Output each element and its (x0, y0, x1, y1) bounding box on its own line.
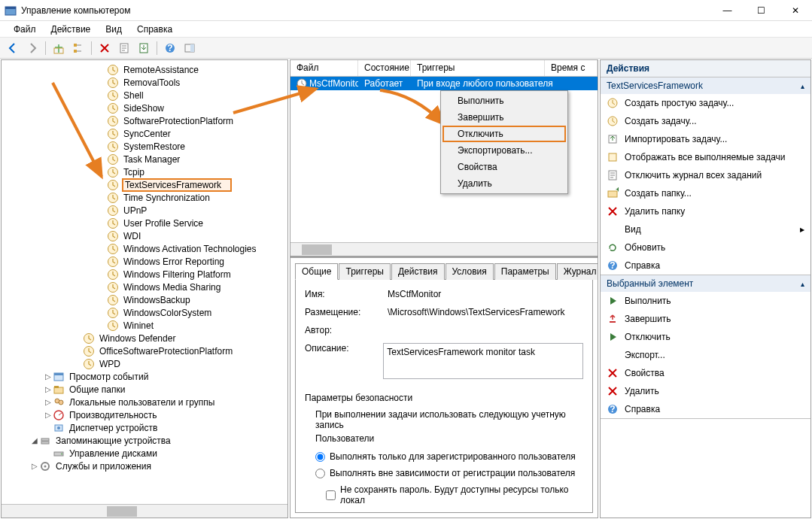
checkbox-nopassword-label: Не сохранять пароль. Будут доступны ресу… (340, 484, 583, 505)
tree-item[interactable]: TextServicesFramework (2, 178, 287, 191)
tree-item[interactable]: SideShow (2, 102, 287, 114)
tab-general[interactable]: Общие (295, 263, 338, 280)
tree-horizontal-scrollbar[interactable] (2, 504, 287, 517)
tree-item[interactable]: OfficeSoftwareProtectionPlatform (2, 344, 287, 357)
expander-icon[interactable]: ▷ (44, 385, 53, 393)
close-button[interactable]: ✕ (778, 0, 812, 21)
tree-item[interactable]: WPD (2, 357, 287, 370)
action-item[interactable]: Экспорт... (601, 346, 810, 364)
expander-icon[interactable]: ▷ (44, 372, 53, 381)
tree-item[interactable]: WindowsColorSystem (2, 306, 287, 319)
properties-button[interactable] (116, 40, 132, 56)
action-item[interactable]: Создать простую задачу... (601, 94, 810, 112)
action-item[interactable]: Отключить журнал всех заданий (601, 166, 810, 184)
radio-logged-on[interactable] (315, 452, 325, 462)
minimize-button[interactable]: — (710, 0, 744, 21)
expander-icon[interactable]: ◢ (30, 436, 39, 445)
up-button[interactable] (50, 40, 67, 56)
tree-item[interactable]: ▷Локальные пользователи и группы (2, 396, 287, 408)
tab-triggers[interactable]: Триггеры (339, 263, 391, 280)
tree-pane[interactable]: RemoteAssistanceRemovalToolsShellSideSho… (1, 59, 288, 518)
forward-button[interactable] (24, 40, 41, 56)
tree-item[interactable]: Windows Media Sharing (2, 281, 287, 293)
menu-view[interactable]: Вид (98, 23, 129, 36)
tree-item[interactable]: Управление дисками (2, 447, 287, 460)
tree-item[interactable]: Windows Error Reporting (2, 255, 287, 268)
delete-button[interactable] (96, 40, 113, 56)
action-item[interactable]: ✦Создать папку... (601, 184, 810, 202)
tab-conditions[interactable]: Условия (446, 263, 494, 280)
menu-file[interactable]: Файл (6, 23, 44, 36)
tree-item[interactable]: Time Synchronization (2, 191, 287, 204)
col-triggers[interactable]: Триггеры (411, 60, 545, 76)
context-run[interactable]: Выполнить (442, 93, 566, 109)
tree-item[interactable]: Task Manager (2, 153, 287, 165)
action-item[interactable]: Обновить (601, 238, 810, 256)
context-end[interactable]: Завершить (442, 109, 566, 126)
tree-item[interactable]: Wininet (2, 319, 287, 332)
menu-help[interactable]: Справка (129, 23, 180, 36)
action-item[interactable]: Завершить (601, 310, 810, 328)
actions-section-folder[interactable]: TextServicesFramework ▴ (601, 77, 810, 94)
panel-button[interactable] (181, 40, 198, 56)
action-item[interactable]: Создать задачу... (601, 112, 810, 130)
tree-item[interactable]: Диспетчер устройств (2, 421, 287, 434)
task-row[interactable]: MsCtfMonitor Работает При входе любого п… (290, 77, 598, 90)
context-delete[interactable]: Удалить (442, 175, 566, 192)
action-item[interactable]: Отображать все выполняемые задачи (601, 148, 810, 166)
tree-item[interactable]: RemovalTools (2, 76, 287, 89)
tree-item[interactable]: ▷Службы и приложения (2, 460, 287, 472)
action-item[interactable]: Выполнить (601, 292, 810, 310)
tree-item[interactable]: Tcpip (2, 165, 287, 178)
col-state[interactable]: Состояние (358, 60, 411, 76)
context-properties[interactable]: Свойства (442, 159, 566, 175)
action-item[interactable]: ?Справка (601, 400, 810, 418)
expander-icon[interactable]: ▷ (44, 398, 53, 406)
radio-any[interactable] (315, 469, 325, 478)
tree-item[interactable]: Windows Filtering Platform (2, 268, 287, 281)
tree-item[interactable]: SoftwareProtectionPlatform (2, 114, 287, 127)
tree-item[interactable]: Shell (2, 89, 287, 102)
tree-item[interactable]: SyncCenter (2, 127, 287, 140)
description-value[interactable]: TextServicesFramework monitor task (383, 343, 583, 379)
tree-item[interactable]: SystemRestore (2, 140, 287, 153)
tab-actions[interactable]: Действия (391, 263, 445, 280)
tree-item[interactable]: WDI (2, 229, 287, 242)
tree-item[interactable]: ◢Запоминающие устройства (2, 434, 287, 447)
tree-item[interactable]: User Profile Service (2, 217, 287, 229)
action-item[interactable]: Свойства (601, 364, 810, 382)
help-button[interactable]: ? (162, 40, 178, 56)
context-disable[interactable]: Отключить (442, 126, 566, 142)
back-button[interactable] (5, 40, 21, 56)
action-item[interactable]: Импортировать задачу... (601, 130, 810, 148)
tab-journal[interactable]: Журнал (557, 263, 598, 280)
tree-item[interactable]: ▷Общие папки (2, 383, 287, 396)
tab-parameters[interactable]: Параметры (494, 263, 556, 280)
action-item[interactable]: Отключить (601, 328, 810, 346)
expander-icon[interactable]: ▷ (30, 462, 39, 470)
task-horizontal-scrollbar[interactable] (290, 242, 598, 256)
menu-action[interactable]: Действие (44, 23, 99, 36)
checkbox-nopassword[interactable] (326, 490, 336, 500)
action-item[interactable]: ?Справка (601, 256, 810, 275)
tree-item[interactable]: ▷Производительность (2, 408, 287, 421)
tree-item[interactable]: UPnP (2, 204, 287, 217)
tree-button[interactable] (70, 40, 87, 56)
action-item[interactable]: Удалить папку (601, 202, 810, 220)
tree-item[interactable]: RemoteAssistance (2, 63, 287, 76)
col-file[interactable]: Файл (290, 60, 358, 76)
action-item[interactable]: Удалить (601, 382, 810, 400)
task-new-icon (607, 115, 619, 127)
context-export[interactable]: Экспортировать... (442, 142, 566, 159)
task-list-header[interactable]: Файл Состояние Триггеры Время с (290, 60, 598, 77)
tree-item[interactable]: Windows Activation Technologies (2, 242, 287, 255)
expander-icon[interactable]: ▷ (44, 411, 53, 419)
col-time[interactable]: Время с (545, 60, 598, 76)
tree-item[interactable]: ▷Просмотр событий (2, 370, 287, 383)
export-button[interactable] (135, 40, 152, 56)
tree-item[interactable]: WindowsBackup (2, 293, 287, 306)
action-item[interactable]: Вид (601, 220, 810, 238)
maximize-button[interactable]: ☐ (744, 0, 778, 21)
actions-section-selected[interactable]: Выбранный элемент ▴ (601, 275, 810, 292)
tree-item[interactable]: Windows Defender (2, 332, 287, 344)
